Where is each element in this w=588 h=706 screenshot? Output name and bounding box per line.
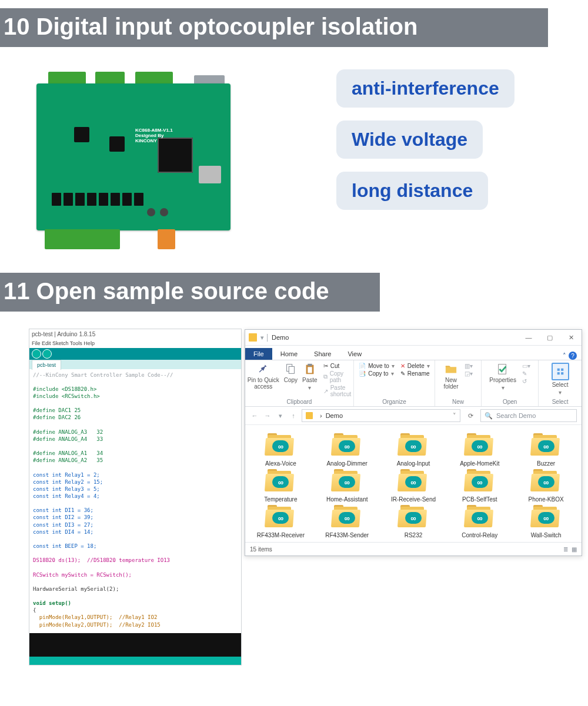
paste-button[interactable]: Paste ▾ [302,363,318,391]
nav-back-button[interactable]: ← [250,412,259,419]
folder-label: Phone-KBOX [529,496,564,503]
nav-up-button[interactable]: ↑ [289,412,298,419]
section-11-body: pcb-test | Arduino 1.8.15 File Edit Sket… [0,329,588,665]
edit-button[interactable]: ✎ [522,370,530,377]
folder-label: Control-Relay [462,532,497,538]
folder-label: RF433M-Sender [325,532,369,538]
ribbon: Pin to Quick access Copy Paste ▾ [245,360,582,407]
status-bar: 15 items ≣ ▦ [245,542,582,556]
arduino-folder-icon: ∞ [265,433,296,458]
folder-item[interactable]: ∞IR-Receive-Send [380,469,447,503]
ide-toolbar[interactable] [29,348,241,360]
svg-rect-9 [561,372,563,374]
new-item-button[interactable]: ▥▾ [465,363,473,369]
folder-label: Temperature [264,496,297,503]
folder-icon [306,412,313,419]
feature-pill-list: anti-interference Wide voltage long dist… [336,69,514,254]
folder-item[interactable]: ∞Analog-Dimmer [314,433,380,467]
folder-label: IR-Receive-Send [391,496,436,503]
arduino-folder-icon: ∞ [465,505,495,530]
explorer-window-title: Demo [272,334,289,341]
folder-item[interactable]: ∞RS232 [380,505,447,538]
ide-menu-bar[interactable]: File Edit Sketch Tools Help [29,340,241,348]
arduino-folder-icon: ∞ [398,433,429,458]
search-icon: 🔍 [485,412,493,420]
folder-grid: ∞Alexa-Voice∞Analog-Dimmer∞Analog-Input∞… [245,425,582,542]
ide-console [29,633,241,657]
folder-item[interactable]: ∞PCB-SelfTest [446,469,513,503]
properties-button[interactable]: Properties ▾ [489,363,516,391]
feature-long-distance: long distance [336,172,488,210]
icons-view-icon[interactable]: ▦ [572,546,577,553]
folder-item[interactable]: ∞Alexa-Voice [248,433,314,467]
arduino-folder-icon: ∞ [265,469,296,494]
svg-rect-7 [561,369,563,371]
pin-to-quick-access-button[interactable]: Pin to Quick access [248,363,279,390]
arduino-folder-icon: ∞ [332,469,362,494]
refresh-button[interactable]: ⟳ [464,412,477,420]
ide-sketch-tab[interactable]: pcb-test [32,360,61,370]
pcb-silk-brand: KINCONY [135,138,157,143]
details-view-icon[interactable]: ≣ [563,546,568,553]
arduino-folder-icon: ∞ [531,505,562,530]
upload-button-icon[interactable] [42,349,52,359]
explorer-title-bar[interactable]: ▾ │ Demo — ▢ ✕ [245,330,582,346]
history-button[interactable]: ↺ [522,378,530,384]
search-box[interactable]: 🔍 Search Demo [480,409,577,422]
nav-recent-button[interactable]: ▾ [276,412,285,420]
folder-label: Home-Assistant [326,496,368,503]
arduino-folder-icon: ∞ [531,433,562,458]
svg-rect-1 [289,366,295,373]
arduino-folder-icon: ∞ [398,469,429,494]
svg-rect-6 [557,369,559,371]
folder-label: RS232 [405,532,423,538]
delete-button[interactable]: ✕Delete ▾ [400,363,430,369]
close-button[interactable]: ✕ [560,330,582,345]
folder-item[interactable]: ∞Home-Assistant [314,469,380,503]
folder-icon [249,333,257,342]
ide-status-bar [29,657,241,665]
move-to-button[interactable]: 📄Move to ▾ [359,363,395,369]
select-all-button[interactable]: Select ▾ [552,363,569,396]
ide-code-editor[interactable]: //--KinCony Smart Controller Sample Code… [29,369,241,633]
folder-item[interactable]: ∞Control-Relay [446,505,513,538]
folder-item[interactable]: ∞Analog-Input [380,433,447,467]
arduino-folder-icon: ∞ [332,505,362,530]
tab-view[interactable]: View [339,348,370,360]
cut-button[interactable]: ✂ Cut [323,363,352,369]
folder-item[interactable]: ∞RF433M-Receiver [248,505,314,538]
new-folder-button[interactable]: New folder [443,363,458,390]
folder-item[interactable]: ∞Buzzer [513,433,579,467]
folder-item[interactable]: ∞RF433M-Sender [314,505,380,538]
copy-path-button[interactable]: ⧉Copy path [323,370,352,383]
item-count: 15 items [250,546,272,553]
maximize-button[interactable]: ▢ [539,330,560,345]
folder-item[interactable]: ∞Wall-Switch [513,505,579,538]
tab-file[interactable]: File [245,348,272,360]
svg-rect-3 [308,364,312,366]
folder-item[interactable]: ∞Apple-HomeKit [446,433,513,467]
open-button[interactable]: ▭▾ [522,363,530,369]
folder-label: Apple-HomeKit [460,460,499,467]
minimize-button[interactable]: — [518,330,539,345]
rename-button[interactable]: ✎Rename [400,370,430,377]
nav-forward-button[interactable]: → [263,412,272,419]
help-icon[interactable]: ? [569,352,577,360]
folder-item[interactable]: ∞Phone-KBOX [513,469,579,503]
ide-window-title: pcb-test | Arduino 1.8.15 [29,329,241,340]
folder-label: Alexa-Voice [265,460,296,467]
folder-item[interactable]: ∞Temperature [248,469,314,503]
ribbon-collapse-icon[interactable]: ˄ [563,352,566,360]
verify-button-icon[interactable] [32,349,41,359]
copy-to-button[interactable]: 📑Copy to ▾ [359,370,395,377]
tab-home[interactable]: Home [272,348,306,360]
folder-label: Analog-Dimmer [326,460,367,467]
arduino-folder-icon: ∞ [465,433,495,458]
address-bar[interactable]: › Demo ˅ [302,409,460,422]
pcb-silk-design: Designed By [135,133,163,138]
file-explorer-window: ▾ │ Demo — ▢ ✕ File Home Share View ˄ ? [245,329,582,556]
copy-button[interactable]: Copy [284,363,298,383]
tab-share[interactable]: Share [306,348,339,360]
easy-access-button[interactable]: ◲▾ [465,370,473,377]
paste-shortcut-button[interactable]: ↗Paste shortcut [323,384,352,397]
